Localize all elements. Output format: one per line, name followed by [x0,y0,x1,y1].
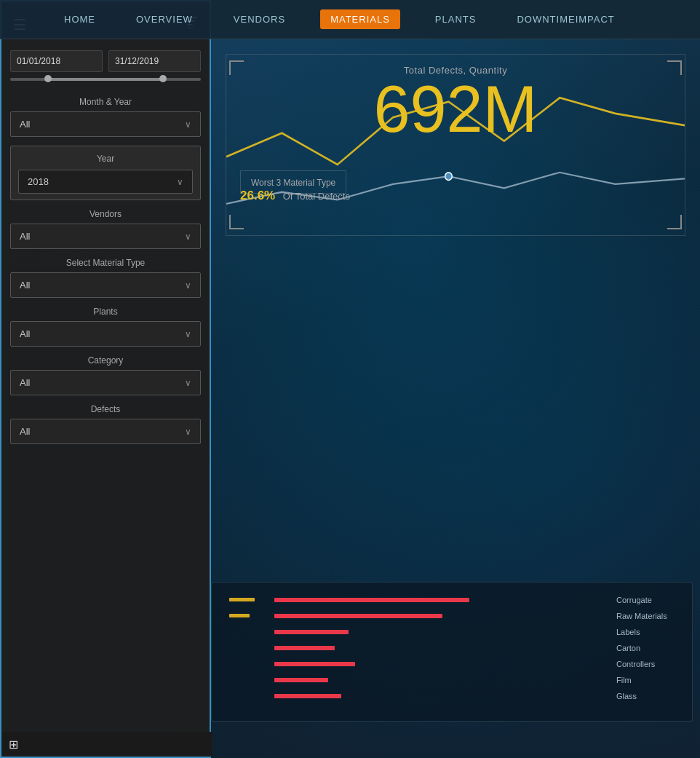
filter-label-plants: Plants [10,307,201,317]
nav-downtime[interactable]: DowntimeImpact [511,9,620,29]
year-label: Year [18,154,193,164]
chevron-month-year: ∨ [185,119,191,130]
date-end-input[interactable]: 31/12/2019 [108,50,201,72]
filter-label-month-year: Month & Year [10,97,201,107]
bar-corrugate [274,597,610,603]
filter-defects: Defects All ∨ [10,404,201,444]
bar-row-rawmaterials: Raw Materials [229,612,675,620]
bar-label-rawmaterials: Raw Materials [616,612,675,620]
filter-vendors: Vendors All ∨ [10,209,201,249]
bar-row-glass: Glass [229,692,675,700]
year-section: Year 2018 ∨ [10,146,201,200]
bar-label-controllers: Controllers [616,660,675,668]
chevron-plants: ∨ [185,329,191,339]
bar-row-labels: Labels [229,628,675,636]
filter-category: Category All ∨ [10,355,201,395]
filter-label-defects: Defects [10,404,201,414]
kpi-card: Total Defects, Quantity 692M [226,54,685,236]
line-chart [226,55,685,235]
bar-chart-section: Corrugate Raw Materials [211,582,693,722]
chevron-year: ∨ [177,177,183,187]
nav-overview[interactable]: Overview [130,9,199,29]
bar-rawmaterials [274,613,610,619]
bar-row-carton: Carton [229,644,675,652]
svg-point-0 [445,173,453,181]
filter-select-category[interactable]: All ∨ [10,370,201,395]
navbar: Home Overview Vendors Materials Plants D… [0,0,700,39]
bar-chart-content: Corrugate Raw Materials [229,596,675,708]
bar-row-film: Film [229,676,675,684]
nav-home[interactable]: Home [58,9,101,29]
bar-label-corrugate: Corrugate [616,596,675,604]
bar-label-film: Film [616,676,675,684]
bar-row-corrugate: Corrugate [229,596,675,604]
taskbar: ⊞ [1,732,212,757]
chevron-category: ∨ [185,378,191,388]
filter-select-plants[interactable]: All ∨ [10,321,201,347]
nav-plants[interactable]: Plants [429,9,482,29]
bar-controllers [274,661,610,667]
bar-label-carton: Carton [616,644,675,652]
main-content: Total Defects, Quantity 692M Worst 3 Mat… [211,39,700,758]
nav-vendors[interactable]: Vendors [228,9,291,29]
chevron-defects: ∨ [185,427,191,437]
filter-label-category: Category [10,355,201,366]
filter-select-month-year[interactable]: All ∨ [10,111,201,137]
date-inputs: 01/01/2018 31/12/2019 [10,50,201,72]
filter-plants: Plants All ∨ [10,307,201,347]
filter-label-vendors: Vendors [10,209,201,219]
sidebar: ☰ 01/01/2018 31/12/2019 Month & Year All… [0,0,211,758]
date-range-section: 01/01/2018 31/12/2019 [10,50,201,87]
range-slider[interactable] [10,78,201,81]
bar-label-labels: Labels [616,628,675,636]
nav-materials[interactable]: Materials [320,9,400,29]
bar-row-controllers: Controllers [229,660,675,668]
year-select[interactable]: 2018 ∨ [18,170,193,194]
filter-label-material: Select Material Type [10,258,201,268]
bar-carton [274,645,610,651]
chevron-material: ∨ [185,280,191,291]
chevron-vendors: ∨ [185,232,191,242]
filter-select-defects[interactable]: All ∨ [10,419,201,444]
bar-labels [274,629,610,635]
filter-material-type: Select Material Type All ∨ [10,258,201,298]
filter-select-vendors[interactable]: All ∨ [10,224,201,249]
bar-glass [274,693,610,699]
filter-select-material[interactable]: All ∨ [10,272,201,298]
windows-button[interactable]: ⊞ [9,738,18,751]
bar-film [274,677,610,683]
bar-label-glass: Glass [616,692,675,700]
date-start-input[interactable]: 01/01/2018 [10,50,103,72]
filter-month-year: Month & Year All ∨ [10,97,201,137]
kpi-percent-row: 26.6% Of Total Defects [240,189,350,203]
